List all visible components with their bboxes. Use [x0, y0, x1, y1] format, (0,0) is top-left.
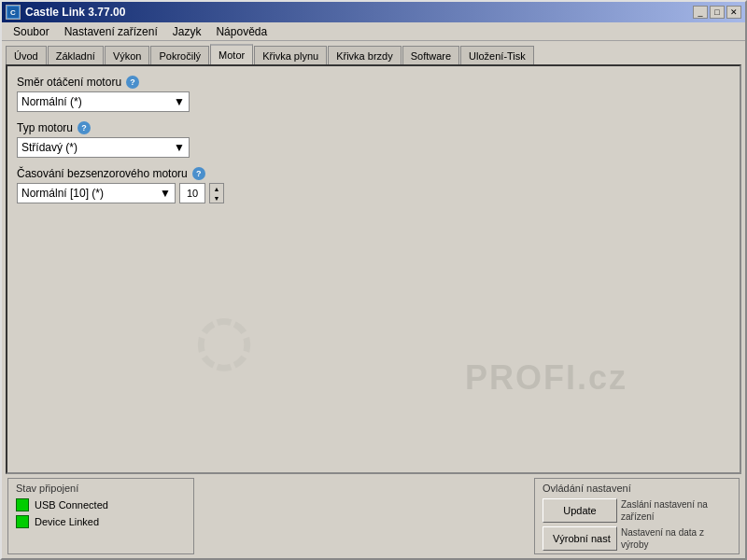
tab-zakladni[interactable]: Základní: [48, 46, 104, 64]
tab-vykon[interactable]: Výkon: [105, 46, 150, 64]
update-description: Zaslání nastavení na zařízení: [621, 498, 731, 523]
smer-group: Směr otáčení motoru ? Normální (*) ▼: [17, 76, 730, 112]
control-box: Ovládání nastavení Update Zaslání nastav…: [534, 478, 740, 554]
svg-text:C: C: [10, 8, 16, 17]
title-bar: C Castle Link 3.77.00 _ □ ✕: [2, 2, 745, 22]
tab-krivka-plynu[interactable]: Křivka plynu: [254, 46, 327, 64]
casovani-spinner[interactable]: ▲ ▼: [209, 183, 224, 203]
typ-group: Typ motoru ? Střídavý (*) ▼: [17, 121, 730, 158]
usb-led-indicator: [16, 498, 29, 511]
spinner-down-icon[interactable]: ▼: [210, 193, 223, 203]
window-controls: _ □ ✕: [693, 6, 741, 19]
casovani-dropdown[interactable]: Normální [10] (*) ▼: [17, 183, 176, 203]
tab-software[interactable]: Software: [402, 46, 459, 64]
tab-ulozeni-tisk[interactable]: Uložení-Tisk: [460, 46, 534, 64]
smer-arrow-icon: ▼: [174, 95, 185, 108]
casovani-label: Časování bezsenzorového motoru ?: [17, 167, 730, 180]
tab-uvod[interactable]: Úvod: [6, 46, 47, 64]
casovani-label-text: Časování bezsenzorového motoru: [17, 167, 188, 180]
tab-motor[interactable]: Motor: [210, 44, 253, 64]
tab-bar: Úvod Základní Výkon Pokročilý Motor Křiv…: [2, 41, 745, 64]
menu-napoveda[interactable]: Nápověda: [208, 23, 275, 40]
status-title: Stav připojení: [16, 483, 186, 494]
casovani-group: Časování bezsenzorového motoru ? Normáln…: [17, 167, 730, 203]
device-led-indicator: [16, 515, 29, 528]
main-content: Směr otáčení motoru ? Normální (*) ▼ Typ…: [6, 64, 741, 474]
control-title: Ovládání nastavení: [543, 483, 731, 494]
smer-label: Směr otáčení motoru ?: [17, 76, 730, 89]
casovani-number-input[interactable]: 10: [179, 183, 205, 203]
menu-bar: Soubor Nastavení zařízení Jazyk Nápověda: [2, 22, 745, 41]
status-box: Stav připojení USB Connected Device Link…: [7, 478, 194, 554]
minimize-button[interactable]: _: [693, 6, 708, 19]
app-icon: C: [6, 5, 21, 20]
bottom-area: Stav připojení USB Connected Device Link…: [2, 474, 745, 558]
casovani-arrow-icon: ▼: [160, 187, 171, 200]
maximize-button[interactable]: □: [710, 6, 725, 19]
update-button[interactable]: Update: [543, 498, 617, 523]
factory-button[interactable]: Výrobní nast: [543, 526, 617, 551]
watermark-text: PROFI.cz: [465, 358, 627, 398]
typ-arrow-icon: ▼: [174, 141, 185, 154]
watermark-c-icon: ◌: [194, 302, 553, 379]
close-button[interactable]: ✕: [726, 6, 741, 19]
device-status-label: Device Linked: [35, 516, 99, 527]
usb-status-row: USB Connected: [16, 498, 186, 511]
menu-jazyk[interactable]: Jazyk: [165, 23, 209, 40]
tab-pokrocily[interactable]: Pokročilý: [150, 46, 209, 64]
factory-row: Výrobní nast Nastavení na data z výroby: [543, 526, 731, 551]
tab-krivka-brzdy[interactable]: Křivka brzdy: [328, 46, 402, 64]
smer-dropdown[interactable]: Normální (*) ▼: [17, 91, 190, 112]
factory-description: Nastavení na data z výroby: [621, 526, 731, 551]
menu-soubor[interactable]: Soubor: [6, 23, 57, 40]
casovani-value: Normální [10] (*): [21, 187, 104, 200]
device-status-row: Device Linked: [16, 515, 186, 528]
spinner-up-icon[interactable]: ▲: [210, 184, 223, 193]
update-row: Update Zaslání nastavení na zařízení: [543, 498, 731, 523]
typ-dropdown[interactable]: Střídavý (*) ▼: [17, 137, 190, 158]
smer-label-text: Směr otáčení motoru: [17, 76, 121, 89]
casovani-help-icon[interactable]: ?: [192, 167, 205, 180]
usb-status-label: USB Connected: [35, 499, 108, 511]
smer-value: Normální (*): [21, 95, 82, 108]
typ-label: Typ motoru ?: [17, 121, 730, 134]
menu-nastaveni[interactable]: Nastavení zařízení: [57, 23, 165, 40]
smer-help-icon[interactable]: ?: [126, 76, 139, 89]
typ-label-text: Typ motoru: [17, 121, 73, 134]
typ-value: Střídavý (*): [21, 141, 78, 154]
window-title: Castle Link 3.77.00: [25, 6, 125, 19]
typ-help-icon[interactable]: ?: [78, 121, 91, 134]
